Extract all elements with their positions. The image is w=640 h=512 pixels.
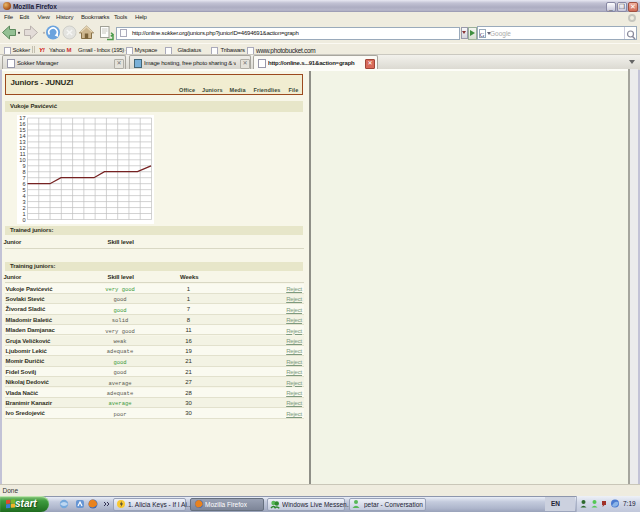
svg-text:0: 0: [22, 217, 25, 223]
